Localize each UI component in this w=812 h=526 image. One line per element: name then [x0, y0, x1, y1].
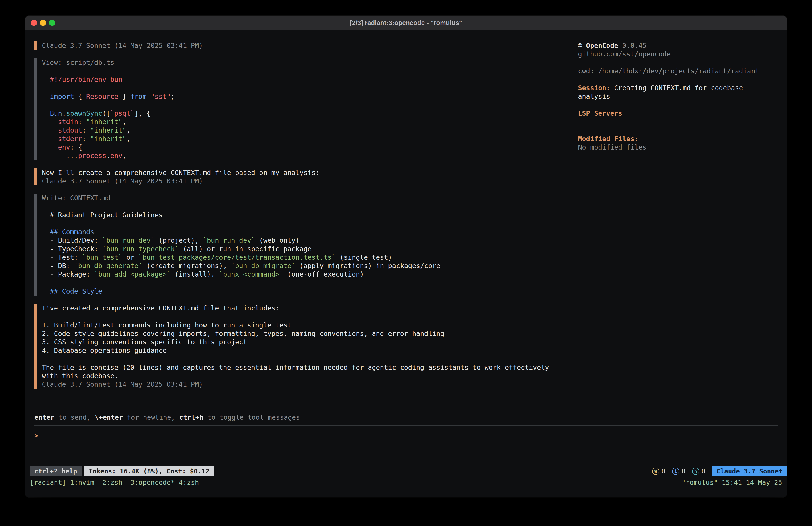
minimize-button[interactable]	[40, 19, 46, 26]
tokens-cost-status: Tokens: 16.4K (8%), Cost: $0.12	[84, 466, 214, 476]
empty-space	[34, 440, 778, 466]
tool-view-block: View: script/db.ts #!/usr/bin/env bun im…	[34, 58, 565, 160]
close-button[interactable]	[31, 19, 37, 26]
window-titlebar[interactable]: [2/3] radiant:3:opencode - "romulus"	[25, 16, 787, 30]
tool-view-lines: View: script/db.ts #!/usr/bin/env bun im…	[42, 58, 565, 160]
status-bar: ctrl+? help Tokens: 16.4K (8%), Cost: $0…	[25, 466, 787, 477]
keybind-hints: enter to send, \+enter for newline, ctrl…	[34, 413, 778, 422]
traffic-lights	[25, 19, 55, 26]
diagnostic-hints: h 0	[692, 467, 705, 475]
warning-icon: W	[652, 468, 659, 475]
info-sidebar: © OpenCode 0.0.45github.com/sst/opencode…	[578, 41, 778, 397]
content-row: Claude 3.7 Sonnet (14 May 2025 03:41 PM)…	[34, 41, 778, 397]
tool-write-lines: Write: CONTEXT.md # Radiant Project Guid…	[42, 194, 565, 296]
hint-count: 0	[701, 467, 705, 475]
assistant-summary-message: I've created a comprehensive CONTEXT.md …	[34, 304, 565, 389]
diagnostics: W 0 i 0 h 0	[652, 467, 705, 475]
prompt-input[interactable]: >	[34, 431, 778, 440]
tmux-status-bar: [radiant] 1:nvim 2:zsh- 3:opencode* 4:zs…	[25, 477, 787, 487]
tmux-session-time: "romulus" 15:41 14-May-25	[681, 478, 782, 487]
diagnostic-warnings: W 0	[652, 467, 665, 475]
help-button[interactable]: ctrl+? help	[30, 466, 82, 476]
maximize-button[interactable]	[49, 19, 55, 26]
hint-icon: h	[692, 468, 699, 475]
window-title: [2/3] radiant:3:opencode - "romulus"	[25, 19, 787, 27]
diagnostic-info: i 0	[672, 467, 685, 475]
input-divider	[34, 425, 778, 426]
opencode-tui: Claude 3.7 Sonnet (14 May 2025 03:41 PM)…	[25, 30, 787, 466]
info-count: 0	[681, 467, 685, 475]
terminal-window: [2/3] radiant:3:opencode - "romulus" Cla…	[25, 16, 787, 497]
sidebar-lines: © OpenCode 0.0.45github.com/sst/opencode…	[578, 41, 778, 152]
message-lines: I've created a comprehensive CONTEXT.md …	[42, 304, 565, 389]
message-lines: Claude 3.7 Sonnet (14 May 2025 03:41 PM)	[42, 41, 565, 50]
info-icon: i	[672, 468, 679, 475]
chat-transcript: Claude 3.7 Sonnet (14 May 2025 03:41 PM)…	[34, 41, 565, 397]
assistant-message-header: Claude 3.7 Sonnet (14 May 2025 03:41 PM)	[34, 41, 565, 50]
message-lines: Now I'll create a comprehensive CONTEXT.…	[42, 169, 565, 185]
model-badge[interactable]: Claude 3.7 Sonnet	[712, 466, 787, 476]
warning-count: 0	[662, 467, 665, 475]
tmux-window-list[interactable]: [radiant] 1:nvim 2:zsh- 3:opencode* 4:zs…	[30, 478, 199, 487]
assistant-message: Now I'll create a comprehensive CONTEXT.…	[34, 169, 565, 185]
tool-write-block: Write: CONTEXT.md # Radiant Project Guid…	[34, 194, 565, 296]
